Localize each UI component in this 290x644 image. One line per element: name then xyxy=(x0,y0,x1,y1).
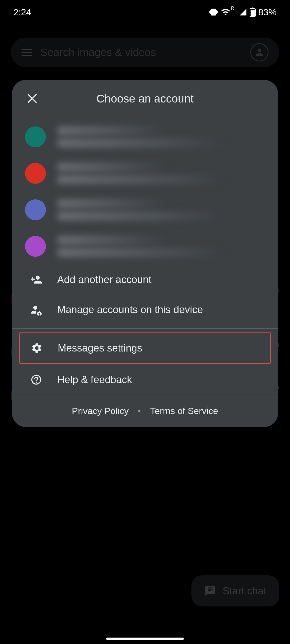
person-add-icon xyxy=(30,274,42,286)
privacy-policy-link[interactable]: Privacy Policy xyxy=(72,406,129,416)
separator-dot xyxy=(138,410,140,412)
help-feedback-label: Help & feedback xyxy=(57,374,132,386)
dialog-footer: Privacy Policy Terms of Service xyxy=(12,395,278,427)
manage-accounts-icon xyxy=(30,304,42,316)
avatar xyxy=(25,126,46,147)
close-button[interactable] xyxy=(26,92,39,105)
highlighted-setting: Messages settings xyxy=(19,332,271,364)
account-item[interactable] xyxy=(12,192,278,228)
account-info-redacted xyxy=(57,236,265,257)
overlay: Choose an account Add another ac xyxy=(0,0,290,644)
avatar xyxy=(25,163,46,184)
add-account-label: Add another account xyxy=(57,274,151,286)
account-info-redacted xyxy=(57,199,265,221)
account-info-redacted xyxy=(57,163,265,184)
account-item[interactable] xyxy=(12,228,278,265)
help-feedback-button[interactable]: Help & feedback xyxy=(12,365,278,395)
add-account-button[interactable]: Add another account xyxy=(12,265,278,295)
dialog-title: Choose an account xyxy=(12,92,278,105)
account-chooser-dialog: Choose an account Add another ac xyxy=(12,80,278,427)
messages-settings-label: Messages settings xyxy=(58,342,142,354)
help-icon xyxy=(30,374,42,386)
account-item[interactable] xyxy=(12,155,278,192)
avatar xyxy=(25,199,46,220)
account-info-redacted xyxy=(57,126,265,148)
gesture-bar[interactable] xyxy=(106,638,184,640)
gear-icon xyxy=(31,342,43,354)
divider xyxy=(12,328,278,329)
terms-of-service-link[interactable]: Terms of Service xyxy=(150,406,218,416)
avatar xyxy=(25,236,46,257)
messages-settings-button[interactable]: Messages settings xyxy=(20,333,270,363)
close-icon xyxy=(26,92,39,105)
manage-accounts-label: Manage accounts on this device xyxy=(57,304,203,316)
account-item[interactable] xyxy=(12,119,278,155)
account-list xyxy=(12,119,278,265)
manage-accounts-button[interactable]: Manage accounts on this device xyxy=(12,295,278,325)
